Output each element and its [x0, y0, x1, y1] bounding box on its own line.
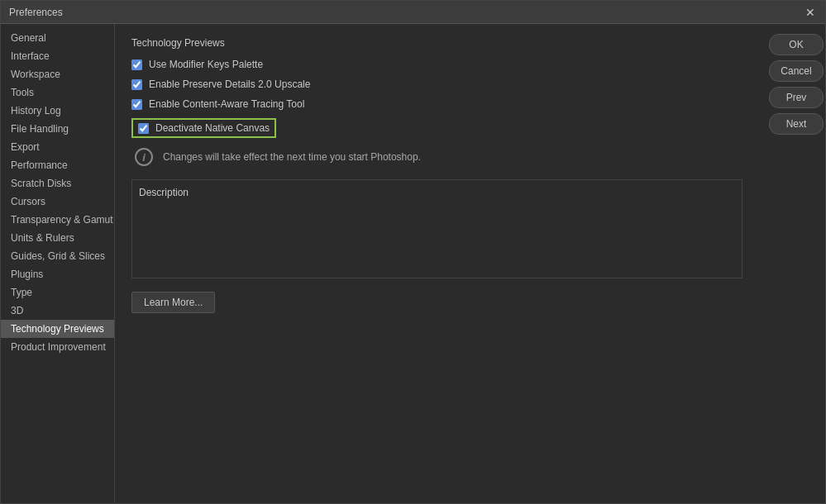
prev-button[interactable]: Prev: [769, 87, 824, 108]
close-button[interactable]: ✕: [804, 6, 817, 19]
learn-more-button[interactable]: Learn More...: [131, 292, 215, 313]
right-buttons: OK Cancel Prev Next: [759, 24, 825, 503]
cancel-button[interactable]: Cancel: [769, 60, 824, 82]
deactivate-native-canvas-row: Deactivate Native Canvas: [131, 118, 276, 138]
sidebar-item-interface[interactable]: Interface: [1, 47, 114, 65]
checkbox-modifier-keys-label: Use Modifier Keys Palette: [149, 59, 263, 70]
checkbox-deactivate-native[interactable]: [138, 123, 149, 134]
checkbox-preserve-details[interactable]: [131, 79, 142, 90]
next-button[interactable]: Next: [769, 113, 824, 135]
info-text: Changes will take effect the next time y…: [163, 151, 421, 163]
checkbox-modifier-keys[interactable]: [131, 59, 142, 70]
sidebar-item-tools[interactable]: Tools: [1, 83, 114, 102]
sidebar-item-guides--grid---slices[interactable]: Guides, Grid & Slices: [1, 247, 114, 265]
ok-button[interactable]: OK: [769, 34, 824, 55]
panel-content: Technology Previews Use Modifier Keys Pa…: [115, 24, 759, 503]
sidebar-item-history-log[interactable]: History Log: [1, 102, 114, 120]
checkbox-row-1: Use Modifier Keys Palette: [131, 59, 742, 70]
checkbox-content-aware[interactable]: [131, 99, 142, 110]
deactivate-native-canvas-label: Deactivate Native Canvas: [155, 122, 270, 134]
sidebar-item-plugins[interactable]: Plugins: [1, 265, 114, 283]
sidebar-item-type[interactable]: Type: [1, 283, 114, 302]
sidebar-item-3d[interactable]: 3D: [1, 302, 114, 320]
window-title: Preferences: [9, 7, 63, 18]
sidebar-item-product-improvement[interactable]: Product Improvement: [1, 338, 114, 356]
sidebar-item-export[interactable]: Export: [1, 138, 114, 156]
sidebar-item-file-handling[interactable]: File Handling: [1, 120, 114, 138]
sidebar-item-technology-previews[interactable]: Technology Previews: [1, 320, 114, 338]
sidebar-item-transparency---gamut[interactable]: Transparency & Gamut: [1, 211, 114, 229]
content-area: GeneralInterfaceWorkspaceToolsHistory Lo…: [1, 24, 825, 503]
sidebar-item-performance[interactable]: Performance: [1, 156, 114, 174]
sidebar-item-scratch-disks[interactable]: Scratch Disks: [1, 174, 114, 193]
checkbox-content-aware-label: Enable Content-Aware Tracing Tool: [149, 98, 304, 110]
sidebar-item-units---rulers[interactable]: Units & Rulers: [1, 229, 114, 247]
info-row: i Changes will take effect the next time…: [131, 148, 742, 166]
main-panel: Technology Previews Use Modifier Keys Pa…: [115, 24, 759, 503]
title-bar: Preferences ✕: [1, 1, 825, 24]
sidebar-item-general[interactable]: General: [1, 29, 114, 47]
sidebar: GeneralInterfaceWorkspaceToolsHistory Lo…: [1, 24, 115, 503]
section-title: Technology Previews: [131, 37, 742, 49]
sidebar-item-workspace[interactable]: Workspace: [1, 65, 114, 83]
description-title: Description: [139, 187, 735, 198]
preferences-window: Preferences ✕ GeneralInterfaceWorkspaceT…: [0, 0, 826, 504]
sidebar-item-cursors[interactable]: Cursors: [1, 193, 114, 211]
description-box: Description: [131, 179, 742, 278]
checkbox-row-3: Enable Content-Aware Tracing Tool: [131, 98, 742, 110]
checkbox-preserve-details-label: Enable Preserve Details 2.0 Upscale: [149, 78, 310, 90]
checkbox-row-2: Enable Preserve Details 2.0 Upscale: [131, 78, 742, 90]
info-icon: i: [135, 148, 153, 166]
